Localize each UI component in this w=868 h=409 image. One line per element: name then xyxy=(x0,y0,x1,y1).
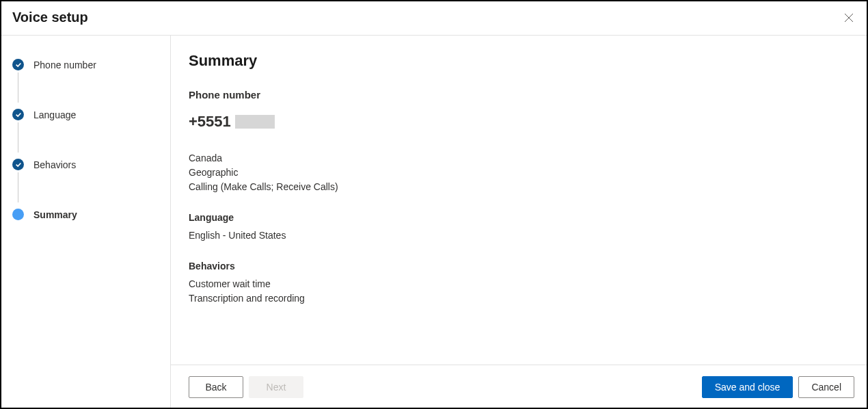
language-value: English - United States xyxy=(189,228,849,243)
language-label: Language xyxy=(189,212,849,223)
phone-number-prefix: +5551 xyxy=(189,113,231,131)
back-button[interactable]: Back xyxy=(189,376,243,398)
content-wrap: Summary Phone number +5551 Canada Geogra… xyxy=(171,36,867,408)
behaviors-label: Behaviors xyxy=(189,261,849,272)
close-icon xyxy=(844,13,854,23)
step-label: Behaviors xyxy=(33,159,76,170)
dialog-body: Phone number Language Behaviors xyxy=(1,36,867,408)
behavior-item: Customer wait time xyxy=(189,277,849,291)
footer-left: Back Next xyxy=(189,376,303,398)
step-behaviors[interactable]: Behaviors xyxy=(12,155,159,174)
checkmark-icon xyxy=(12,159,24,170)
step-phone-number[interactable]: Phone number xyxy=(12,55,159,75)
cancel-button[interactable]: Cancel xyxy=(798,376,854,398)
summary-content: Summary Phone number +5551 Canada Geogra… xyxy=(171,36,867,365)
phone-number-value: +5551 xyxy=(189,113,849,131)
step-label: Phone number xyxy=(33,60,96,70)
checkmark-icon xyxy=(12,59,24,70)
step-label: Summary xyxy=(33,209,77,220)
step-summary[interactable]: Summary xyxy=(12,204,159,224)
phone-number-label: Phone number xyxy=(189,89,849,101)
phone-capabilities: Calling (Make Calls; Receive Calls) xyxy=(189,180,849,194)
phone-country: Canada xyxy=(189,151,849,166)
footer-right: Save and close Cancel xyxy=(702,376,854,398)
dialog-title: Voice setup xyxy=(12,10,88,25)
checkmark-icon xyxy=(12,109,24,120)
phone-type: Geographic xyxy=(189,166,849,180)
voice-setup-dialog: Voice setup Phone number xyxy=(0,0,868,409)
wizard-sidebar: Phone number Language Behaviors xyxy=(1,36,171,408)
save-and-close-button[interactable]: Save and close xyxy=(702,376,794,398)
wizard-footer: Back Next Save and close Cancel xyxy=(171,365,867,408)
next-button: Next xyxy=(249,376,303,398)
step-label: Language xyxy=(33,109,76,120)
close-button[interactable] xyxy=(842,11,856,25)
step-list: Phone number Language Behaviors xyxy=(12,55,159,224)
titlebar: Voice setup xyxy=(1,1,867,36)
step-language[interactable]: Language xyxy=(12,105,159,124)
current-step-icon xyxy=(12,209,24,220)
phone-number-redacted xyxy=(235,115,275,129)
behavior-item: Transcription and recording xyxy=(189,291,849,306)
page-heading: Summary xyxy=(189,52,849,70)
